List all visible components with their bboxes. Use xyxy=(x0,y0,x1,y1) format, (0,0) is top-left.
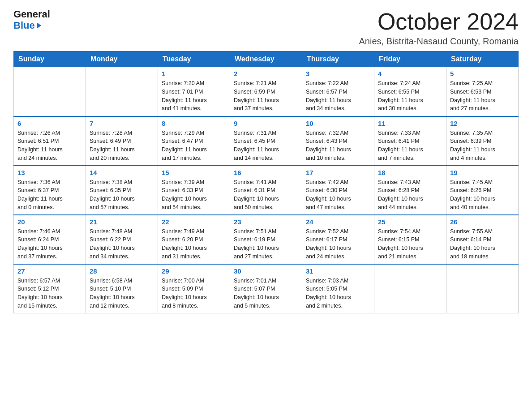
location-title: Anies, Bistrita-Nasaud County, Romania xyxy=(359,36,519,47)
calendar-cell xyxy=(374,264,446,313)
day-info: Sunrise: 7:26 AMSunset: 6:51 PMDaylight:… xyxy=(17,129,82,163)
calendar-cell: 17Sunrise: 7:42 AMSunset: 6:30 PMDayligh… xyxy=(302,166,374,215)
header-tuesday: Tuesday xyxy=(158,51,230,67)
day-info: Sunrise: 7:33 AMSunset: 6:41 PMDaylight:… xyxy=(378,129,442,163)
day-number: 19 xyxy=(450,169,515,176)
day-info: Sunrise: 7:54 AMSunset: 6:15 PMDaylight:… xyxy=(378,227,442,261)
title-block: October 2024 Anies, Bistrita-Nasaud Coun… xyxy=(359,9,519,47)
day-info: Sunrise: 7:03 AMSunset: 5:05 PMDaylight:… xyxy=(306,277,370,310)
logo-arrow-icon xyxy=(37,22,41,29)
day-info: Sunrise: 7:24 AMSunset: 6:55 PMDaylight:… xyxy=(378,79,442,113)
day-info: Sunrise: 7:46 AMSunset: 6:24 PMDaylight:… xyxy=(17,227,82,261)
weekday-header-row: Sunday Monday Tuesday Wednesday Thursday… xyxy=(14,51,519,67)
day-info: Sunrise: 7:36 AMSunset: 6:37 PMDaylight:… xyxy=(17,178,82,212)
day-info: Sunrise: 7:21 AMSunset: 6:59 PMDaylight:… xyxy=(234,79,298,113)
day-info: Sunrise: 7:42 AMSunset: 6:30 PMDaylight:… xyxy=(306,178,370,212)
day-info: Sunrise: 7:29 AMSunset: 6:47 PMDaylight:… xyxy=(162,129,226,163)
day-number: 20 xyxy=(17,218,82,226)
day-info: Sunrise: 7:49 AMSunset: 6:20 PMDaylight:… xyxy=(162,227,226,261)
calendar-cell: 1Sunrise: 7:20 AMSunset: 7:01 PMDaylight… xyxy=(158,67,230,116)
day-number: 26 xyxy=(450,218,515,226)
calendar-table: Sunday Monday Tuesday Wednesday Thursday… xyxy=(13,51,519,313)
day-info: Sunrise: 7:00 AMSunset: 5:09 PMDaylight:… xyxy=(162,277,226,310)
header-thursday: Thursday xyxy=(302,51,374,67)
day-number: 15 xyxy=(162,169,226,176)
calendar-cell: 20Sunrise: 7:46 AMSunset: 6:24 PMDayligh… xyxy=(14,215,86,264)
day-number: 2 xyxy=(234,70,298,77)
calendar-cell: 12Sunrise: 7:35 AMSunset: 6:39 PMDayligh… xyxy=(446,116,519,166)
day-info: Sunrise: 6:58 AMSunset: 5:10 PMDaylight:… xyxy=(90,277,154,310)
calendar-cell: 31Sunrise: 7:03 AMSunset: 5:05 PMDayligh… xyxy=(302,264,374,313)
calendar-cell: 15Sunrise: 7:39 AMSunset: 6:33 PMDayligh… xyxy=(158,166,230,215)
logo-general-text: General xyxy=(13,9,50,20)
calendar-week-row: 1Sunrise: 7:20 AMSunset: 7:01 PMDaylight… xyxy=(14,67,519,116)
day-info: Sunrise: 7:31 AMSunset: 6:45 PMDaylight:… xyxy=(234,129,298,163)
calendar-week-row: 13Sunrise: 7:36 AMSunset: 6:37 PMDayligh… xyxy=(14,166,519,215)
day-number: 3 xyxy=(306,70,370,77)
calendar-cell: 29Sunrise: 7:00 AMSunset: 5:09 PMDayligh… xyxy=(158,264,230,313)
day-number: 14 xyxy=(90,169,154,176)
day-info: Sunrise: 7:25 AMSunset: 6:53 PMDaylight:… xyxy=(450,79,515,113)
day-info: Sunrise: 7:01 AMSunset: 5:07 PMDaylight:… xyxy=(234,277,298,310)
calendar-cell: 9Sunrise: 7:31 AMSunset: 6:45 PMDaylight… xyxy=(230,116,302,166)
calendar-cell: 10Sunrise: 7:32 AMSunset: 6:43 PMDayligh… xyxy=(302,116,374,166)
day-info: Sunrise: 7:20 AMSunset: 7:01 PMDaylight:… xyxy=(162,79,226,113)
day-number: 27 xyxy=(17,267,82,275)
day-info: Sunrise: 7:28 AMSunset: 6:49 PMDaylight:… xyxy=(90,129,154,163)
day-info: Sunrise: 7:32 AMSunset: 6:43 PMDaylight:… xyxy=(306,129,370,163)
day-info: Sunrise: 7:45 AMSunset: 6:26 PMDaylight:… xyxy=(450,178,515,212)
day-info: Sunrise: 7:43 AMSunset: 6:28 PMDaylight:… xyxy=(378,178,442,212)
header-saturday: Saturday xyxy=(446,51,519,67)
day-info: Sunrise: 6:57 AMSunset: 5:12 PMDaylight:… xyxy=(17,277,82,310)
day-number: 12 xyxy=(450,120,515,127)
day-number: 11 xyxy=(378,120,442,127)
calendar-cell: 22Sunrise: 7:49 AMSunset: 6:20 PMDayligh… xyxy=(158,215,230,264)
day-number: 23 xyxy=(234,218,298,226)
logo-blue-text: Blue xyxy=(13,20,41,31)
calendar-cell: 8Sunrise: 7:29 AMSunset: 6:47 PMDaylight… xyxy=(158,116,230,166)
calendar-cell: 6Sunrise: 7:26 AMSunset: 6:51 PMDaylight… xyxy=(14,116,86,166)
calendar-cell: 30Sunrise: 7:01 AMSunset: 5:07 PMDayligh… xyxy=(230,264,302,313)
day-number: 31 xyxy=(306,267,370,275)
calendar-cell: 26Sunrise: 7:55 AMSunset: 6:14 PMDayligh… xyxy=(446,215,519,264)
calendar-cell: 4Sunrise: 7:24 AMSunset: 6:55 PMDaylight… xyxy=(374,67,446,116)
calendar-cell: 16Sunrise: 7:41 AMSunset: 6:31 PMDayligh… xyxy=(230,166,302,215)
day-info: Sunrise: 7:41 AMSunset: 6:31 PMDaylight:… xyxy=(234,178,298,212)
day-info: Sunrise: 7:35 AMSunset: 6:39 PMDaylight:… xyxy=(450,129,515,163)
calendar-cell: 7Sunrise: 7:28 AMSunset: 6:49 PMDaylight… xyxy=(86,116,158,166)
calendar-cell: 3Sunrise: 7:22 AMSunset: 6:57 PMDaylight… xyxy=(302,67,374,116)
day-info: Sunrise: 7:39 AMSunset: 6:33 PMDaylight:… xyxy=(162,178,226,212)
calendar-cell: 27Sunrise: 6:57 AMSunset: 5:12 PMDayligh… xyxy=(14,264,86,313)
calendar-cell: 11Sunrise: 7:33 AMSunset: 6:41 PMDayligh… xyxy=(374,116,446,166)
day-number: 22 xyxy=(162,218,226,226)
calendar-week-row: 6Sunrise: 7:26 AMSunset: 6:51 PMDaylight… xyxy=(14,116,519,166)
day-number: 25 xyxy=(378,218,442,226)
day-info: Sunrise: 7:55 AMSunset: 6:14 PMDaylight:… xyxy=(450,227,515,261)
day-number: 18 xyxy=(378,169,442,176)
day-number: 28 xyxy=(90,267,154,275)
day-info: Sunrise: 7:22 AMSunset: 6:57 PMDaylight:… xyxy=(306,79,370,113)
month-title: October 2024 xyxy=(359,9,519,34)
day-number: 24 xyxy=(306,218,370,226)
day-number: 17 xyxy=(306,169,370,176)
day-number: 29 xyxy=(162,267,226,275)
calendar-cell: 14Sunrise: 7:38 AMSunset: 6:35 PMDayligh… xyxy=(86,166,158,215)
day-number: 4 xyxy=(378,70,442,77)
header-sunday: Sunday xyxy=(14,51,86,67)
calendar-cell xyxy=(446,264,519,313)
header-wednesday: Wednesday xyxy=(230,51,302,67)
header-friday: Friday xyxy=(374,51,446,67)
calendar-cell: 18Sunrise: 7:43 AMSunset: 6:28 PMDayligh… xyxy=(374,166,446,215)
calendar-cell: 19Sunrise: 7:45 AMSunset: 6:26 PMDayligh… xyxy=(446,166,519,215)
day-number: 5 xyxy=(450,70,515,77)
calendar-cell: 28Sunrise: 6:58 AMSunset: 5:10 PMDayligh… xyxy=(86,264,158,313)
calendar-week-row: 20Sunrise: 7:46 AMSunset: 6:24 PMDayligh… xyxy=(14,215,519,264)
day-number: 7 xyxy=(90,120,154,127)
calendar-week-row: 27Sunrise: 6:57 AMSunset: 5:12 PMDayligh… xyxy=(14,264,519,313)
calendar-cell: 13Sunrise: 7:36 AMSunset: 6:37 PMDayligh… xyxy=(14,166,86,215)
calendar-cell: 23Sunrise: 7:51 AMSunset: 6:19 PMDayligh… xyxy=(230,215,302,264)
calendar-cell: 25Sunrise: 7:54 AMSunset: 6:15 PMDayligh… xyxy=(374,215,446,264)
header-monday: Monday xyxy=(86,51,158,67)
day-number: 21 xyxy=(90,218,154,226)
day-info: Sunrise: 7:38 AMSunset: 6:35 PMDaylight:… xyxy=(90,178,154,212)
